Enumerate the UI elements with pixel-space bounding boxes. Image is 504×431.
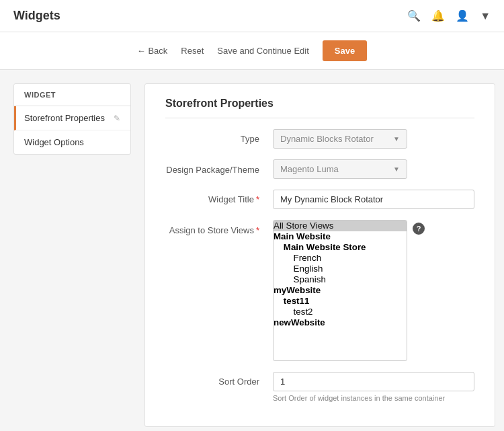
sort-order-label: Sort Order [165,372,273,387]
save-button[interactable]: Save [323,40,367,61]
design-select-arrow: ▼ [393,165,400,173]
sidebar-section-header: WIDGET [14,84,130,106]
reset-button[interactable]: Reset [181,46,204,56]
main-layout: WIDGET Storefront Properties ✎ Widget Op… [0,70,504,431]
widget-title-control-wrap [273,190,474,209]
sort-order-wrap: Sort Order of widget instances in the sa… [273,372,474,402]
help-icon[interactable]: ? [413,223,425,235]
action-bar: ← Back Reset Save and Continue Edit Save [0,32,504,70]
design-select: Magento Luma ▼ [273,159,407,179]
chevron-down-icon[interactable]: ▼ [480,10,491,22]
top-bar-icons: 🔍 🔔 👤 ▼ [407,9,491,22]
sort-order-row: Sort Order Sort Order of widget instance… [165,372,474,402]
type-select-value: Dynamic Blocks Rotator [280,134,374,144]
store-views-control-wrap: All Store ViewsMain Website Main Website… [273,220,474,361]
design-row: Design Package/Theme Magento Luma ▼ [165,159,474,179]
bell-icon[interactable]: 🔔 [431,9,445,22]
type-row: Type Dynamic Blocks Rotator ▼ [165,129,474,149]
page-title: Widgets [13,9,60,23]
section-title: Storefront Properties [165,97,474,118]
back-button[interactable]: ← Back [137,46,168,56]
save-continue-button[interactable]: Save and Continue Edit [217,46,309,56]
user-icon[interactable]: 👤 [456,9,469,22]
top-bar: Widgets 🔍 🔔 👤 ▼ [0,0,504,32]
store-views-label: Assign to Store Views* [165,220,273,237]
search-icon[interactable]: 🔍 [407,9,421,22]
type-label: Type [165,129,273,144]
widget-title-input[interactable] [273,190,474,209]
sidebar-item-storefront-properties[interactable]: Storefront Properties ✎ [14,106,130,130]
sidebar-item-storefront-label: Storefront Properties [24,113,105,123]
edit-icon: ✎ [114,114,120,123]
type-control-wrap: Dynamic Blocks Rotator ▼ [273,129,474,149]
sidebar: WIDGET Storefront Properties ✎ Widget Op… [13,83,131,155]
sidebar-item-widget-options[interactable]: Widget Options [14,130,130,154]
design-label: Design Package/Theme [165,159,273,176]
widget-title-label: Widget Title* [165,190,273,204]
design-control-wrap: Magento Luma ▼ [273,159,474,179]
design-select-value: Magento Luma [280,164,339,174]
content-area: Storefront Properties Type Dynamic Block… [144,83,495,427]
store-views-required-star: * [256,225,259,235]
store-views-listbox[interactable]: All Store ViewsMain Website Main Website… [273,220,407,361]
sidebar-item-widget-options-label: Widget Options [24,137,84,147]
type-select: Dynamic Blocks Rotator ▼ [273,129,407,149]
widget-title-row: Widget Title* [165,190,474,209]
sort-order-input[interactable] [273,372,474,391]
store-views-row: Assign to Store Views* All Store ViewsMa… [165,220,474,361]
sort-order-hint: Sort Order of widget instances in the sa… [273,394,474,402]
type-select-arrow: ▼ [393,135,400,143]
listbox-wrapper: All Store ViewsMain Website Main Website… [273,220,474,361]
required-star: * [256,194,259,204]
sort-order-control-wrap: Sort Order of widget instances in the sa… [273,372,474,402]
